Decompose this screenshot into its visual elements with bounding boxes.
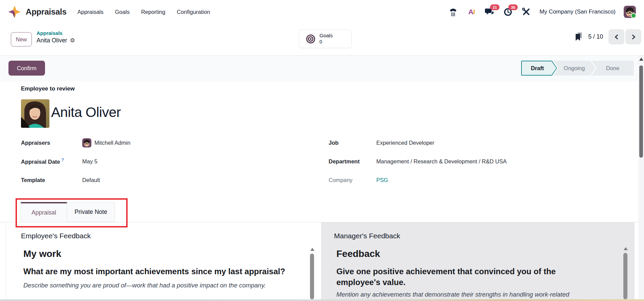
main-scroll-up-arrow[interactable] (639, 58, 643, 61)
goals-label: Goals (319, 33, 333, 39)
field-row-job: Job Experienced Developer (329, 137, 435, 148)
pager-next-button[interactable] (625, 29, 641, 44)
confirm-button[interactable]: Confirm (8, 61, 45, 76)
field-row-template: Template Default (21, 175, 100, 185)
field-value-company[interactable]: PSG (376, 177, 388, 183)
target-icon (306, 34, 315, 44)
help-question-icon[interactable]: ? (62, 158, 64, 162)
ai-icon[interactable]: AI (466, 7, 476, 17)
employee-feedback-question[interactable]: What are my most important achievements … (23, 266, 285, 277)
right-pane-scroll-thumb[interactable] (623, 253, 627, 299)
manager-feedback-title: Manager's Feedback (334, 232, 400, 240)
nav-item-goals[interactable]: Goals (115, 9, 130, 15)
appraiser-avatar (82, 138, 91, 147)
field-label-template: Template (21, 177, 82, 183)
ai-letter-a: A (468, 8, 473, 16)
breadcrumb-current-label: Anita Oliver (37, 37, 67, 45)
nav-item-appraisals[interactable]: Appraisals (77, 9, 104, 15)
employee-name[interactable]: Anita Oliver (51, 104, 121, 120)
app-name: Appraisals (26, 7, 67, 17)
stage-draft-label: Draft (531, 65, 548, 72)
field-row-department: Department Management / Research & Devel… (329, 156, 507, 167)
ai-letter-i: I (473, 8, 475, 16)
field-row-company: Company PSG (329, 175, 388, 185)
appraisal-date-label-text: Appraisal Date (21, 159, 60, 165)
field-label-job: Job (329, 140, 376, 146)
user-avatar[interactable] (624, 6, 636, 18)
app-brand[interactable]: Appraisals (8, 5, 67, 18)
main-scroll-thumb[interactable] (639, 65, 643, 158)
stage-draft[interactable]: Draft (521, 61, 557, 76)
tab-private-note[interactable]: Private Note (67, 202, 115, 222)
breadcrumb: Appraisals Anita Oliver ⚙ (37, 30, 75, 45)
pager-count: 5 / 10 (588, 33, 603, 40)
messages-badge: 21 (490, 4, 499, 10)
goals-stat-button[interactable]: Goals 0 (299, 29, 352, 48)
manager-feedback-placeholder[interactable]: Mention any achievements that demonstrat… (336, 291, 569, 298)
employee-feedback-placeholder[interactable]: Describe something you are proud of—work… (23, 282, 266, 289)
field-row-appraisers: Appraisers Mitchell Admin (21, 137, 130, 148)
settings-gear-icon[interactable]: ⚙ (70, 37, 75, 45)
company-switcher[interactable]: My Company (San Francisco) (539, 8, 616, 15)
employee-avatar[interactable] (21, 99, 49, 128)
goals-count: 0 (319, 39, 333, 45)
new-button[interactable]: New (11, 32, 32, 46)
breadcrumb-parent[interactable]: Appraisals (37, 30, 75, 37)
employee-feedback-title: Employee's Feedback (21, 232, 91, 240)
chevron-right-icon (631, 34, 636, 40)
chevron-left-icon (614, 34, 619, 40)
messages-icon[interactable]: 21 (485, 7, 495, 17)
app-logo-icon (8, 5, 21, 18)
field-label-appraisal-date: Appraisal Date? (21, 158, 82, 165)
phone-icon[interactable] (448, 7, 458, 17)
control-panel: New Appraisals Anita Oliver ⚙ Goals 0 5 (0, 24, 644, 55)
manager-feedback-section-title[interactable]: Feedback (336, 248, 380, 259)
field-value-appraisers[interactable]: Mitchell Admin (82, 138, 130, 147)
main-menu: Appraisals Goals Reporting Configuration (77, 9, 210, 15)
field-label-appraisers: Appraisers (21, 140, 82, 146)
activities-badge: 35 (508, 4, 518, 10)
activities-clock-icon[interactable]: 35 (503, 7, 513, 17)
navbar-systray: AI 21 35 My Company (San Francisco) (448, 6, 636, 18)
stage-done[interactable]: Done (592, 61, 634, 76)
right-pane-scroll-up-arrow[interactable] (624, 247, 628, 250)
field-label-company: Company (329, 177, 376, 183)
online-status-dot (631, 13, 636, 18)
pager-prev-button[interactable] (608, 29, 624, 44)
breadcrumb-current: Anita Oliver ⚙ (37, 37, 75, 45)
nav-item-configuration[interactable]: Configuration (177, 9, 210, 15)
left-pane-scroll-thumb[interactable] (310, 254, 314, 299)
field-value-job[interactable]: Experienced Developer (376, 140, 435, 146)
top-navbar: Appraisals Appraisals Goals Reporting Co… (0, 0, 644, 24)
field-value-template[interactable]: Default (82, 177, 100, 183)
statusbar: Confirm Draft Ongoing Done (0, 55, 644, 81)
manager-feedback-question[interactable]: Give one positive achievement that convi… (336, 266, 570, 287)
nav-item-reporting[interactable]: Reporting (141, 9, 165, 15)
field-label-department: Department (329, 158, 376, 165)
bookmark-icon[interactable] (575, 33, 583, 41)
field-row-appraisal-date: Appraisal Date? May 5 (21, 156, 97, 167)
pager: 5 / 10 (575, 29, 641, 44)
employee-feedback-section-title[interactable]: My work (23, 248, 61, 259)
tab-appraisal[interactable]: Appraisal (21, 202, 67, 222)
notebook-tabs: Appraisal Private Note (21, 202, 115, 222)
pane-left-edge-line (6, 223, 6, 299)
field-value-appraisal-date[interactable]: May 5 (82, 158, 97, 165)
employee-to-review-label: Employee to review (21, 85, 75, 92)
field-value-department[interactable]: Management / Research & Development / R&… (376, 158, 507, 165)
horizontal-scrollbar-strip[interactable] (0, 299, 644, 301)
tools-icon[interactable] (521, 7, 531, 17)
stage-pills: Draft Ongoing Done (521, 61, 634, 76)
left-pane-scroll-up-arrow[interactable] (310, 248, 314, 251)
stage-ongoing[interactable]: Ongoing (553, 61, 595, 76)
appraiser-name: Mitchell Admin (94, 140, 130, 146)
